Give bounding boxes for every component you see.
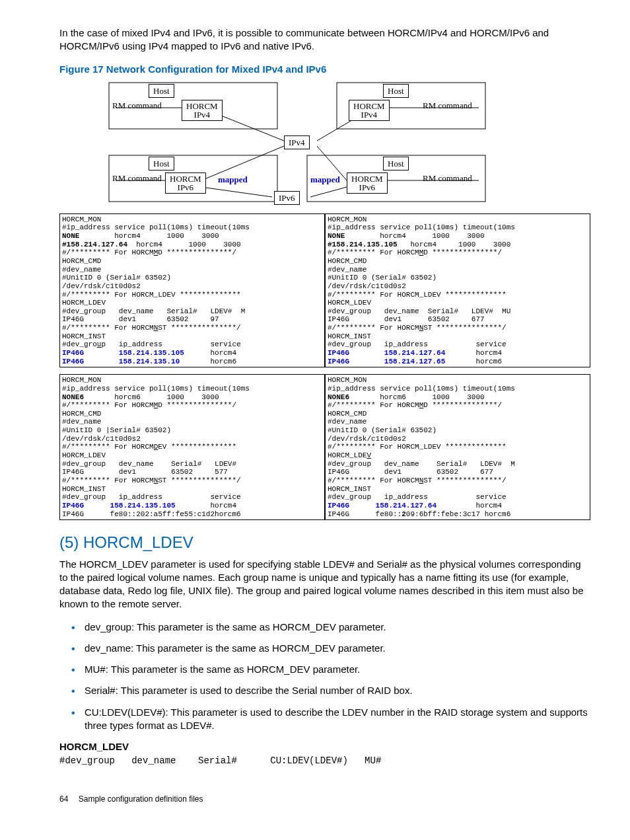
config-top-left: HORCM_MON #ip_address service poll(10ms)… xyxy=(59,213,325,368)
list-item: Serial#: This parameter is used to descr… xyxy=(85,684,590,697)
rm-command-label: RM command xyxy=(112,100,162,112)
svg-line-8 xyxy=(218,114,284,141)
host-label: Host xyxy=(383,84,409,98)
horcm-ipv4-box: HORCM IPv4 xyxy=(182,100,223,121)
config-top-right: HORCM_MON #ip_address service poll(10ms)… xyxy=(325,213,590,368)
horcm-ldev-label: HORCM_LDEV xyxy=(59,740,590,753)
mapped-label: mapped xyxy=(310,174,340,186)
section-heading: (5) HORCM_LDEV xyxy=(59,532,590,553)
host-label: Host xyxy=(149,84,174,98)
config-grid-top: HORCM_MON #ip_address service poll(10ms)… xyxy=(59,213,590,368)
host-label: Host xyxy=(149,157,174,171)
ipv6-text: IPv6 xyxy=(359,182,376,192)
rm-command-label: RM command xyxy=(423,172,472,184)
list-item: CU:LDEV(LDEV#): This parameter is used t… xyxy=(85,706,590,733)
mapped-label: mapped xyxy=(218,174,248,186)
config-bottom-right: HORCM_MON #ip_address service poll(10ms)… xyxy=(325,374,590,520)
list-item: dev_group: This parameter is the same as… xyxy=(85,621,590,634)
horcm-ipv6-box: HORCM IPv6 xyxy=(347,172,388,194)
bullet-list: dev_group: This parameter is the same as… xyxy=(59,621,590,733)
config-grid-bottom: HORCM_MON #ip_address service poll(10ms)… xyxy=(59,374,590,520)
ipv4-center-box: IPv4 xyxy=(284,135,310,150)
ipv4-text: IPv4 xyxy=(194,110,211,120)
list-item: dev_name: This parameter is the same as … xyxy=(85,642,590,655)
page-footer: 64 Sample configuration definition files xyxy=(59,794,590,804)
footer-title: Sample configuration definition files xyxy=(79,794,203,804)
ipv4-text: IPv4 xyxy=(361,110,378,120)
section-body: The HORCM_LDEV parameter is used for spe… xyxy=(59,558,590,611)
code-line: #dev_group dev_name Serial# CU:LDEV(LDEV… xyxy=(59,755,590,767)
ipv6-center-box: IPv6 xyxy=(274,191,300,206)
config-bottom-left: HORCM_MON #ip_address service poll(10ms)… xyxy=(59,374,325,520)
horcm-ipv4-box: HORCM IPv4 xyxy=(349,100,390,121)
horcm-ipv6-box: HORCM IPv6 xyxy=(165,172,206,194)
host-label: Host xyxy=(383,157,409,171)
rm-command-label: RM command xyxy=(112,172,162,184)
intro-paragraph: In the case of mixed IPv4 and IPv6, it i… xyxy=(59,26,590,54)
page-number: 64 xyxy=(59,794,68,804)
list-item: MU#: This parameter is the same as HORCM… xyxy=(85,663,590,676)
svg-line-12 xyxy=(201,187,272,197)
ipv6-text: IPv6 xyxy=(178,182,194,192)
figure-caption: Figure 17 Network Configuration for Mixe… xyxy=(59,63,590,76)
network-diagram: Host RM command HORCM IPv4 Host RM comma… xyxy=(86,81,590,203)
rm-command-label: RM command xyxy=(423,100,472,112)
svg-line-13 xyxy=(310,187,347,197)
